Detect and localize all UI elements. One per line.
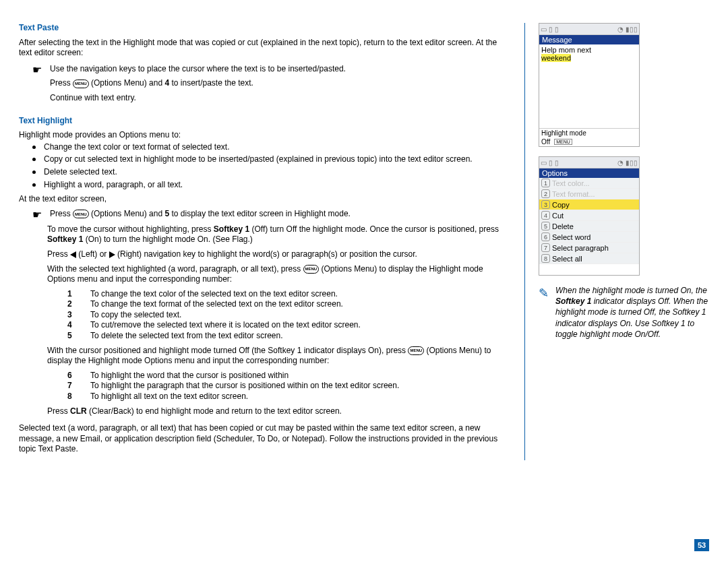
note: ✎ When the highlight mode is turned On, … — [539, 285, 709, 340]
menu-button-icon: MENU — [303, 265, 320, 274]
hl-bullet-3: Delete selected text. — [44, 167, 117, 178]
hl-step-2: To move the cursor without highlighting,… — [19, 224, 511, 245]
highlight-intro: Highlight mode provides an Options menu … — [19, 130, 511, 141]
phone-title: Options — [539, 168, 639, 178]
option-row: 7Select paragraph — [539, 243, 639, 253]
heading-text-highlight: Text Highlight — [19, 116, 511, 127]
paste-intro: After selecting the text in the Highligh… — [19, 38, 511, 59]
option-row: 4Cut — [539, 210, 639, 221]
outro: Selected text (a word, paragraph, or all… — [19, 423, 511, 455]
hl-bullet-2: Copy or cut selected text in highlight m… — [44, 154, 473, 165]
left-arrow-icon — [70, 251, 76, 258]
highlighted-text: weekend — [541, 54, 571, 62]
at-editor: At the text editor screen, — [19, 194, 511, 205]
option-row: 3Copy — [539, 199, 639, 210]
pointer-icon: ☛ — [32, 209, 42, 220]
hl-bullet-4: Highlight a word, paragraph, or all text… — [44, 180, 183, 191]
option-row: 6Select word — [539, 232, 639, 243]
page-number: 53 — [694, 539, 709, 551]
option-row: 5Delete — [539, 221, 639, 232]
num-list-2: 6To highlight the word that the cursor i… — [19, 371, 511, 402]
option-row: 2Text format... — [539, 189, 639, 199]
hl-bullet-1: Change the text color or text format of … — [44, 142, 229, 153]
sidebar: ▭ ▯ ▯◔ ▮▯▯ Message Help mom next weekend… — [524, 23, 709, 460]
hl-step-5: With the cursor positioned and highlight… — [19, 346, 511, 367]
paste-step-3: Continue with text entry. — [50, 93, 346, 104]
softkey-menu: MENU — [554, 139, 572, 145]
status-bar: ▭ ▯ ▯◔ ▮▯▯ — [539, 24, 639, 35]
main-content: Text Paste After selecting the text in t… — [19, 23, 511, 460]
paste-step-1: Use the navigation keys to place the cur… — [50, 64, 346, 75]
phone-body: Help mom next weekend — [539, 44, 639, 128]
hl-step-4: With the selected text highlighted (a wo… — [19, 264, 511, 285]
option-row: 1Text color... — [539, 178, 639, 189]
hl-step-3: Press (Left) or (Right) navigation key t… — [19, 249, 511, 260]
heading-text-paste: Text Paste — [19, 23, 511, 34]
menu-button-icon: MENU — [73, 210, 89, 218]
hl-step-1: Press MENU (Options Menu) and 5 to displ… — [50, 209, 351, 220]
phone-title: Message — [539, 35, 639, 44]
menu-button-icon: MENU — [408, 346, 424, 355]
phone-screenshot-2: ▭ ▯ ▯◔ ▮▯▯ Options 1Text color...2Text f… — [539, 156, 640, 276]
mode-label: Highlight mode — [539, 128, 639, 137]
num-list-1: 1To change the text color of the selecte… — [19, 289, 511, 342]
phone-screenshot-1: ▭ ▯ ▯◔ ▮▯▯ Message Help mom next weekend… — [539, 23, 640, 147]
softkey-off: Off — [541, 138, 550, 146]
phone-softkeys: Off MENU — [539, 137, 639, 146]
paste-step-2: Press MENU (Options Menu) and 4 to inser… — [50, 78, 346, 89]
options-list: 1Text color...2Text format...3Copy4Cut5D… — [539, 178, 639, 264]
menu-button-icon: MENU — [73, 80, 89, 88]
pointer-icon: ☛ — [32, 64, 42, 104]
status-bar: ▭ ▯ ▯◔ ▮▯▯ — [539, 157, 639, 168]
option-row: 8Select all — [539, 253, 639, 264]
hl-step-6: Press CLR (Clear/Back) to end highlight … — [19, 406, 511, 417]
note-icon: ✎ — [539, 285, 549, 340]
right-arrow-icon — [109, 251, 115, 258]
